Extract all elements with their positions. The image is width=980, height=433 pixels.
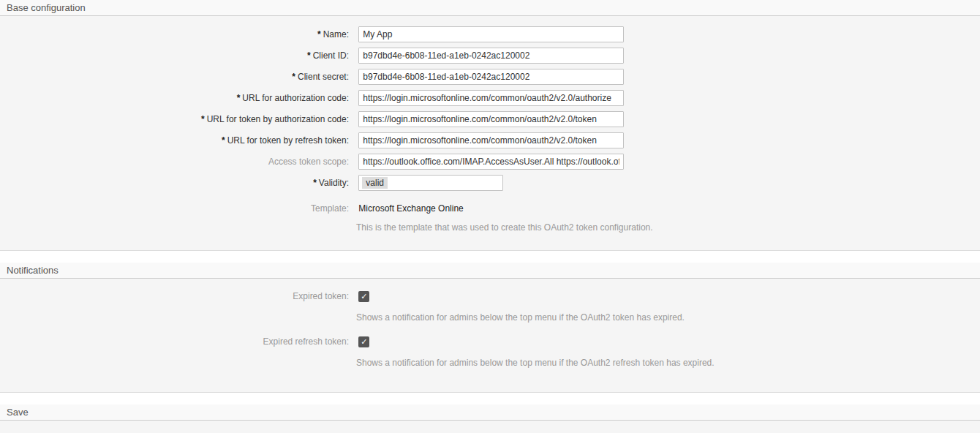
validity-select[interactable]: valid xyxy=(358,175,503,191)
form-row-access-token-scope: Access token scope: xyxy=(0,154,980,170)
notifications-widget: Notifications Expired token: ✓ Shows a n… xyxy=(0,263,980,393)
form-row-template: Template: Microsoft Exchange Online This… xyxy=(0,200,980,233)
url-token-refresh-token-field[interactable] xyxy=(358,132,624,148)
url-token-authorization-code-label: *URL for token by authorization code: xyxy=(0,111,349,127)
expired-token-checkbox[interactable]: ✓ xyxy=(358,291,369,302)
expired-token-label: Expired token: xyxy=(0,288,349,304)
save-header: Save xyxy=(0,404,980,421)
base-configuration-header: Base configuration xyxy=(0,0,980,16)
url-authorization-code-field[interactable] xyxy=(358,90,624,106)
form-row-url-token-authorization-code: *URL for token by authorization code: xyxy=(0,111,980,127)
expired-refresh-token-description: Shows a notification for admins below th… xyxy=(356,358,980,369)
name-field[interactable] xyxy=(358,26,624,42)
client-id-field[interactable] xyxy=(358,48,624,64)
form-row-client-id: *Client ID: xyxy=(0,48,980,64)
client-id-label: *Client ID: xyxy=(0,48,349,64)
form-row-url-authorization-code: *URL for authorization code: xyxy=(0,90,980,106)
checkmark-icon: ✓ xyxy=(361,337,367,346)
mandatory-marker: * xyxy=(307,50,311,61)
base-configuration-widget: Base configuration *Name: *Client ID: *C… xyxy=(0,0,980,251)
form-row-client-secret: *Client secret: xyxy=(0,69,980,85)
mandatory-marker: * xyxy=(292,72,295,82)
mandatory-marker: * xyxy=(313,178,317,188)
save-content: Save or Save and finish or Cancel xyxy=(0,421,980,433)
notifications-content: Expired token: ✓ Shows a notification fo… xyxy=(0,279,980,392)
mandatory-marker: * xyxy=(317,29,321,39)
name-label: *Name: xyxy=(0,26,349,42)
mandatory-marker: * xyxy=(201,114,205,124)
expired-refresh-token-label: Expired refresh token: xyxy=(0,334,349,350)
client-secret-label: *Client secret: xyxy=(0,69,349,85)
notifications-header: Notifications xyxy=(0,263,980,279)
access-token-scope-field[interactable] xyxy=(358,154,624,170)
url-token-refresh-token-label: *URL for token by refresh token: xyxy=(0,132,349,148)
validity-selected-option: valid xyxy=(362,177,388,189)
checkmark-icon: ✓ xyxy=(361,292,367,301)
template-value: Microsoft Exchange Online xyxy=(358,200,463,217)
template-label: Template: xyxy=(0,200,349,217)
form-row-validity: *Validity: valid xyxy=(0,175,980,191)
access-token-scope-label: Access token scope: xyxy=(0,154,349,170)
client-secret-field[interactable] xyxy=(358,69,624,85)
template-description: This is the template that was used to cr… xyxy=(356,222,980,233)
expired-refresh-token-checkbox[interactable]: ✓ xyxy=(358,336,369,347)
url-token-authorization-code-field[interactable] xyxy=(358,111,624,127)
form-row-url-token-refresh-token: *URL for token by refresh token: xyxy=(0,132,980,148)
expired-token-description: Shows a notification for admins below th… xyxy=(356,312,980,323)
form-row-name: *Name: xyxy=(0,26,980,42)
base-configuration-content: *Name: *Client ID: *Client secret: *URL … xyxy=(0,16,980,250)
url-authorization-code-label: *URL for authorization code: xyxy=(0,90,349,106)
form-row-expired-refresh-token: Expired refresh token: ✓ xyxy=(0,334,980,350)
mandatory-marker: * xyxy=(222,135,225,146)
save-widget: Save Save or Save and finish or Cancel xyxy=(0,404,980,433)
mandatory-marker: * xyxy=(237,93,241,103)
form-row-expired-token: Expired token: ✓ xyxy=(0,288,980,304)
validity-label: *Validity: xyxy=(0,175,349,191)
